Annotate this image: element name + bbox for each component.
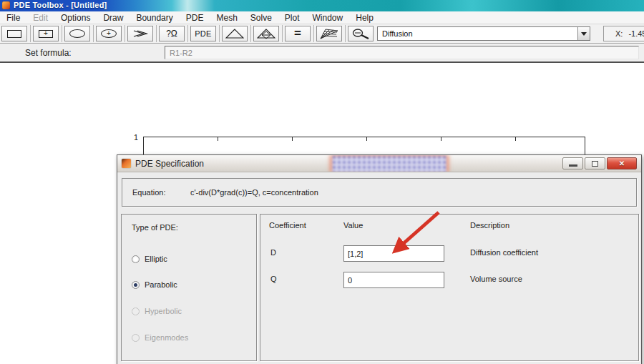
toolbar-separator (62, 25, 62, 42)
radio-hyperbolic-label: Hyperbolic (145, 307, 182, 315)
radio-hyperbolic: Hyperbolic (132, 307, 182, 315)
plot-solution-button[interactable] (316, 26, 342, 41)
toolbar-separator (219, 25, 220, 42)
coordinate-x-label: X: (615, 29, 623, 38)
minimize-icon (569, 164, 577, 167)
surface-plot-icon (319, 28, 339, 40)
coefficient-q-label: Q (270, 275, 277, 283)
coefficient-d-label: D (270, 248, 276, 257)
dialog-title: PDE Specification (135, 159, 204, 169)
plot-mode-dropdown[interactable]: Diffusion (377, 26, 590, 41)
boundary-omega-icon: ?Ω (166, 29, 177, 39)
menu-draw[interactable]: Draw (97, 11, 130, 24)
menu-options[interactable]: Options (54, 11, 97, 24)
set-formula-bar: Set formula: (0, 44, 644, 63)
coefficient-q-input[interactable] (343, 272, 444, 288)
menu-edit: Edit (26, 11, 54, 24)
axis-tick (441, 137, 441, 141)
ellipse-plus-icon: + (101, 29, 117, 38)
equation-label: Equation: (132, 188, 165, 197)
toolbar-separator (282, 25, 283, 42)
restore-icon (592, 161, 598, 167)
minimize-button[interactable] (562, 157, 583, 169)
value-column-header: Value (343, 221, 363, 230)
triangle-mesh-icon (225, 29, 244, 39)
coefficient-column-header: Coefficient (269, 221, 306, 230)
refine-mesh-icon (257, 29, 275, 39)
radio-eigenmodes-label: Eigenmodes (145, 333, 188, 342)
pde-type-panel: Type of PDE: Elliptic Parabolic Hyperbol… (121, 214, 257, 361)
desktop-wallpaper-strip: PDE Toolbox - [Untitled] (0, 0, 644, 11)
equation-panel: Equation: c'-div(D*grad(c))=Q, c=concent… (122, 178, 637, 207)
menu-pde[interactable]: PDE (180, 11, 210, 24)
toolbar-separator (313, 25, 314, 42)
close-button[interactable]: ✕ (607, 157, 637, 169)
pde-type-title: Type of PDE: (132, 223, 178, 232)
radio-elliptic-label: Elliptic (145, 255, 167, 263)
menu-window[interactable]: Window (306, 11, 350, 24)
set-formula-label: Set formula: (25, 48, 72, 58)
ellipse-tool-button[interactable] (64, 26, 90, 41)
coefficient-d-input[interactable] (343, 245, 444, 262)
toolbar-separator (30, 25, 31, 42)
axis-tick (515, 137, 516, 141)
app-window-icon (2, 1, 10, 9)
solve-button[interactable]: = (285, 26, 311, 41)
description-column-header: Description (470, 221, 509, 230)
menu-help[interactable]: Help (349, 11, 380, 24)
toolbar-separator (93, 25, 94, 42)
set-formula-input[interactable] (165, 46, 639, 59)
pde-mode-label: PDE (195, 29, 212, 38)
coordinate-readout: X: -1.458 (603, 26, 644, 41)
dialog-window-buttons: ✕ (562, 157, 637, 169)
toolbar: + + ?Ω PDE (0, 24, 644, 44)
dropdown-arrow-button[interactable] (577, 27, 590, 40)
ellipse-centered-tool-button[interactable]: + (96, 26, 122, 41)
pde-toolbox-app: PDE Toolbox - [Untitled] File Edit Optio… (0, 0, 644, 364)
ellipse-icon (69, 29, 85, 38)
refine-mesh-button[interactable] (253, 26, 279, 41)
radio-parabolic-label: Parabolic (145, 280, 177, 289)
restore-button[interactable] (585, 157, 605, 169)
close-icon: ✕ (619, 160, 625, 167)
boundary-mode-button[interactable]: ?Ω (159, 26, 185, 41)
toolbar-separator (125, 25, 125, 42)
axis-tick (366, 137, 367, 141)
polygon-icon (132, 29, 149, 39)
rectangle-plus-icon: + (39, 30, 53, 38)
pde-mode-button[interactable]: PDE (190, 26, 216, 41)
coefficients-panel: Coefficient Value Description D Diffusio… (260, 214, 639, 361)
zoom-button[interactable] (348, 26, 374, 41)
radio-button-disabled-icon (132, 334, 140, 342)
dialog-title-bar[interactable]: PDE Specification ✕ (117, 155, 641, 172)
radio-parabolic[interactable]: Parabolic (132, 280, 177, 289)
pde-specification-dialog: PDE Specification ✕ Equation: c'-div(D*g… (117, 154, 642, 364)
menu-file[interactable]: File (0, 11, 26, 24)
initialize-mesh-button[interactable] (222, 26, 248, 41)
coefficient-q-description: Volume source (470, 275, 522, 283)
coefficient-d-description: Diffusion coefficient (470, 248, 538, 257)
axis-tick (292, 137, 293, 141)
toolbar-separator (187, 25, 188, 42)
radio-button-icon[interactable] (132, 255, 140, 263)
coordinate-x-value: -1.458 (628, 29, 644, 38)
toolbar-separator (345, 25, 346, 42)
equation-text: c'-div(D*grad(c))=Q, c=concentration (190, 188, 318, 197)
plot-mode-value: Diffusion (378, 29, 577, 38)
polygon-tool-button[interactable] (127, 26, 153, 41)
toolbar-separator (250, 25, 251, 42)
rectangle-centered-tool-button[interactable]: + (33, 26, 59, 41)
menu-bar: File Edit Options Draw Boundary PDE Mesh… (0, 11, 644, 24)
dialog-icon (122, 159, 131, 168)
rectangle-tool-button[interactable] (1, 26, 27, 41)
radio-button-selected-icon[interactable] (132, 281, 140, 289)
toolbar-separator (156, 25, 157, 42)
menu-plot[interactable]: Plot (278, 11, 306, 24)
axis-top (143, 137, 585, 137)
menu-mesh[interactable]: Mesh (210, 11, 243, 24)
menu-solve[interactable]: Solve (244, 11, 278, 24)
equals-icon: = (294, 26, 301, 41)
menu-boundary[interactable]: Boundary (130, 11, 179, 24)
radio-elliptic[interactable]: Elliptic (132, 255, 167, 263)
aero-glass-mesh-blur (332, 155, 447, 172)
